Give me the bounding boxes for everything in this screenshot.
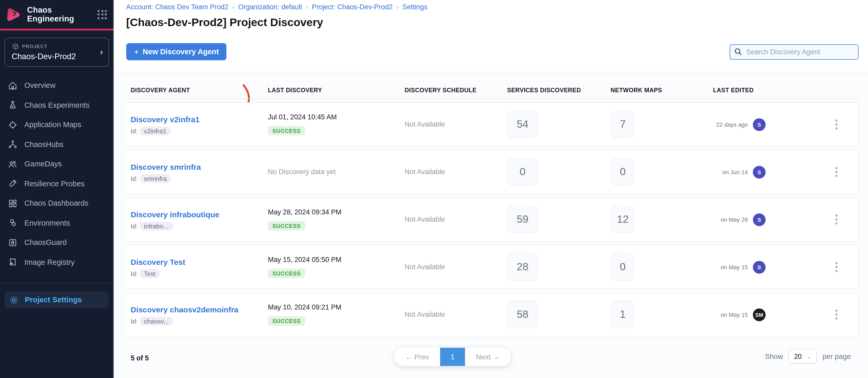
toolbar: + New Discovery Agent bbox=[126, 43, 859, 72]
pager: ← Prev 1 Next → bbox=[394, 348, 511, 366]
table-row: Discovery smrinfra Id:smrinfra No Discov… bbox=[126, 150, 859, 194]
network-maps-count: 0 bbox=[611, 253, 634, 281]
sidebar-item-chaoshubs[interactable]: ChaosHubs bbox=[0, 135, 114, 154]
project-selector[interactable]: PROJECT Chaos-Dev-Prod2 › bbox=[4, 37, 109, 67]
discovery-agent-link[interactable]: Discovery Test bbox=[131, 257, 185, 266]
page-size-control: Show 20 ⌄ per page bbox=[765, 349, 851, 364]
breadcrumb-account[interactable]: Account: Chaos Dev Team Prod2 bbox=[126, 3, 228, 11]
last-edited-time: on Jun 14 bbox=[722, 169, 748, 175]
row-menu-button[interactable] bbox=[833, 165, 840, 179]
status-badge: SUCCESS bbox=[268, 269, 305, 278]
crosshair-icon bbox=[8, 120, 18, 130]
col-header-last-discovery: LAST DISCOVERY bbox=[268, 87, 405, 94]
hexagons-icon bbox=[8, 218, 18, 228]
prev-page-button[interactable]: ← Prev bbox=[394, 353, 440, 361]
row-menu-button[interactable] bbox=[833, 117, 840, 132]
services-discovered-count: 59 bbox=[507, 206, 538, 233]
id-prefix: Id: bbox=[131, 223, 137, 230]
breadcrumb-separator: › bbox=[396, 4, 398, 10]
page-title: [Chaos-Dev-Prod2] Project Discovery bbox=[126, 16, 859, 29]
sidebar-item-label: Chaos Dashboards bbox=[24, 199, 88, 207]
home-icon bbox=[8, 80, 18, 91]
network-maps-count: 1 bbox=[611, 301, 634, 329]
col-header-discovery-agent: DISCOVERY AGENT bbox=[131, 87, 268, 94]
chevron-right-icon: › bbox=[100, 47, 103, 57]
sidebar-menu: Overview Chaos Experiments Application M… bbox=[0, 76, 114, 309]
sidebar-item-gamedays[interactable]: GameDays bbox=[0, 154, 114, 174]
table-row: Discovery infraboutique Id:infrabo... Ma… bbox=[126, 197, 859, 242]
sidebar-item-image-registry[interactable]: Image Registry bbox=[0, 252, 114, 272]
sidebar-item-project-settings[interactable]: Project Settings bbox=[4, 291, 109, 309]
row-menu-button[interactable] bbox=[833, 307, 840, 322]
page-size-value: 20 bbox=[794, 352, 802, 360]
sidebar-item-application-maps[interactable]: Application Maps bbox=[0, 115, 114, 135]
discovery-agent-link[interactable]: Discovery v2infra1 bbox=[131, 115, 199, 124]
col-header-discovery-schedule: DISCOVERY SCHEDULE bbox=[405, 87, 507, 94]
new-discovery-agent-button[interactable]: + New Discovery Agent bbox=[126, 43, 227, 60]
product-title: Chaos Engineering bbox=[27, 5, 92, 23]
id-prefix: Id: bbox=[131, 318, 137, 324]
flask-icon bbox=[8, 100, 18, 110]
sidebar-item-label: Overview bbox=[24, 81, 55, 90]
chevron-down-icon: ⌄ bbox=[807, 353, 811, 359]
sidebar-item-chaosguard[interactable]: ChaosGuard bbox=[0, 233, 114, 252]
row-menu-button[interactable] bbox=[833, 212, 840, 227]
status-badge: SUCCESS bbox=[268, 221, 305, 231]
last-edited-time: 22 days ago bbox=[716, 121, 748, 128]
lock-icon bbox=[8, 238, 18, 248]
agent-id-pill: smrinfra bbox=[140, 174, 171, 183]
col-header-network-maps: NETWORK MAPS bbox=[611, 87, 713, 94]
sidebar-item-chaos-dashboards[interactable]: Chaos Dashboards bbox=[0, 194, 114, 213]
network-nodes-icon bbox=[8, 140, 18, 149]
services-discovered-count: 28 bbox=[507, 253, 538, 281]
last-discovery-time: Jul 01, 2024 10:45 AM bbox=[268, 113, 405, 121]
sidebar-item-label: Chaos Experiments bbox=[24, 101, 90, 109]
test-tube-icon bbox=[8, 179, 18, 189]
network-maps-count: 0 bbox=[611, 158, 634, 186]
breadcrumb-project[interactable]: Project: Chaos-Dev-Prod2 bbox=[312, 3, 393, 11]
next-page-button[interactable]: Next → bbox=[465, 353, 511, 361]
chaos-engineering-app: Chaos Engineering PROJECT Chaos-Dev-Prod… bbox=[0, 0, 868, 378]
last-edited-time: on May 15 bbox=[721, 264, 748, 271]
id-prefix: Id: bbox=[131, 175, 137, 182]
sidebar-item-label: Project Settings bbox=[25, 296, 82, 304]
current-page-button[interactable]: 1 bbox=[440, 348, 465, 366]
module-switcher-icon[interactable] bbox=[97, 9, 107, 19]
sidebar-item-label: Environments bbox=[24, 219, 70, 227]
sidebar-item-overview[interactable]: Overview bbox=[0, 76, 114, 95]
discovery-agent-link[interactable]: Discovery smrinfra bbox=[131, 163, 201, 171]
per-page-label: per page bbox=[823, 352, 851, 360]
plus-icon: + bbox=[134, 47, 139, 56]
page-size-select[interactable]: 20 ⌄ bbox=[788, 349, 817, 364]
search-input[interactable] bbox=[730, 44, 859, 60]
last-discovery-time: No Discovery data yet bbox=[268, 168, 405, 176]
avatar: S bbox=[753, 213, 766, 226]
pagination: 5 of 5 ← Prev 1 Next → Show 20 ⌄ per pag… bbox=[114, 343, 868, 378]
discovery-agent-link[interactable]: Discovery infraboutique bbox=[131, 210, 219, 219]
agent-id-pill: v2infra1 bbox=[140, 127, 171, 135]
sidebar-item-label: ChaosHubs bbox=[24, 140, 63, 148]
col-header-services-discovered: SERVICES DISCOVERED bbox=[507, 87, 611, 94]
row-menu-button[interactable] bbox=[833, 260, 840, 274]
sidebar-item-label: GameDays bbox=[24, 160, 62, 168]
sidebar-item-resilience-probes[interactable]: Resilience Probes bbox=[0, 174, 114, 194]
dashboard-grid-icon bbox=[8, 199, 18, 208]
file-gear-icon bbox=[8, 257, 18, 267]
breadcrumb-settings[interactable]: Settings bbox=[402, 3, 427, 11]
agent-id-pill: infrabo... bbox=[140, 222, 173, 231]
services-discovered-count: 0 bbox=[507, 158, 538, 186]
project-label: PROJECT bbox=[22, 44, 48, 49]
breadcrumb-organization[interactable]: Organization: default bbox=[238, 3, 302, 11]
breadcrumb: Account: Chaos Dev Team Prod2 › Organiza… bbox=[126, 3, 859, 11]
avatar: SM bbox=[753, 308, 766, 321]
services-discovered-count: 58 bbox=[507, 301, 538, 329]
search-icon bbox=[734, 47, 742, 56]
search-wrap bbox=[730, 44, 859, 60]
avatar: S bbox=[753, 118, 766, 131]
sidebar-item-chaos-experiments[interactable]: Chaos Experiments bbox=[0, 95, 114, 115]
discovery-agent-link[interactable]: Discovery chaosv2demoinfra bbox=[131, 305, 238, 314]
discovery-schedule: Not Available bbox=[405, 311, 507, 318]
sidebar-item-environments[interactable]: Environments bbox=[0, 213, 114, 233]
breadcrumb-separator: › bbox=[232, 4, 235, 10]
sidebar: Chaos Engineering PROJECT Chaos-Dev-Prod… bbox=[0, 0, 114, 378]
